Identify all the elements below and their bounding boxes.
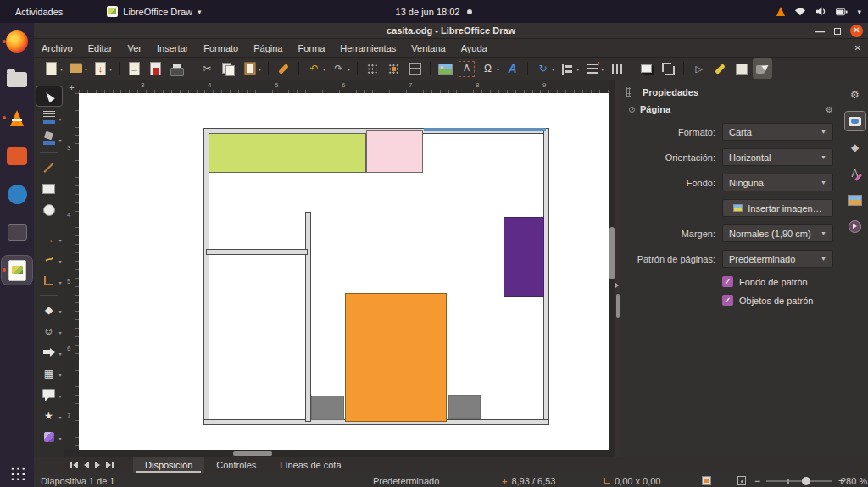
- ellipse-tool[interactable]: [36, 200, 62, 219]
- dropdown-arrow-icon[interactable]: ▾: [85, 66, 87, 72]
- arrange-button[interactable]: ▾: [582, 58, 605, 79]
- gray-rectangle-left[interactable]: [311, 396, 344, 420]
- dropdown-arrow-icon[interactable]: ▾: [58, 279, 61, 285]
- gray-rectangle-right[interactable]: [448, 395, 481, 419]
- objetos-de-patron-checkbox[interactable]: ✓Objetos de patrón: [722, 295, 813, 306]
- dock-files[interactable]: [2, 65, 32, 94]
- next-page-button[interactable]: [95, 462, 100, 468]
- zoom-fit-page-button[interactable]: [737, 473, 746, 487]
- dock-vlc[interactable]: [2, 103, 32, 132]
- edit-points-button[interactable]: [689, 58, 709, 79]
- dropdown-arrow-icon[interactable]: ▾: [58, 258, 61, 264]
- curves-and-polygons-tool[interactable]: ▾: [36, 250, 62, 269]
- redo-button[interactable]: ↷▾: [329, 58, 352, 79]
- copy-button[interactable]: [219, 58, 238, 79]
- dropdown-arrow-icon[interactable]: ▾: [58, 435, 61, 441]
- lines-and-arrows-tool[interactable]: ▾: [36, 229, 62, 248]
- menu-archivo[interactable]: Archivo: [34, 39, 81, 58]
- menu-formato[interactable]: Formato: [196, 39, 246, 58]
- first-page-button[interactable]: [70, 462, 78, 468]
- menu-pagina[interactable]: Página: [246, 39, 290, 58]
- dropdown-arrow-icon[interactable]: ▾: [323, 66, 326, 72]
- insert-image-button[interactable]: [436, 58, 455, 79]
- section-settings-gear-icon[interactable]: ⚙: [826, 105, 833, 114]
- volume-icon[interactable]: [815, 7, 826, 16]
- dropdown-arrow-icon[interactable]: ▾: [60, 66, 63, 72]
- rectangle-tool[interactable]: [36, 179, 62, 198]
- menu-ver[interactable]: Ver: [120, 39, 149, 58]
- dropdown-arrow-icon[interactable]: ▾: [58, 329, 61, 335]
- cut-button[interactable]: ✂: [198, 58, 217, 79]
- tab-styles[interactable]: [845, 164, 865, 183]
- dropdown-arrow-icon[interactable]: ▾: [58, 237, 61, 243]
- sidebar-collapse-arrow-icon[interactable]: [615, 282, 619, 289]
- insert-comment-button[interactable]: [732, 58, 751, 79]
- fontwork-button[interactable]: [503, 58, 522, 79]
- menu-ayuda[interactable]: Ayuda: [453, 39, 495, 58]
- dock-firefox[interactable]: [2, 27, 32, 56]
- glue-points-button[interactable]: [710, 58, 730, 79]
- dock-help[interactable]: [2, 180, 32, 208]
- dropdown-arrow-icon[interactable]: ▾: [109, 66, 112, 72]
- export-pdf-button[interactable]: [146, 58, 165, 79]
- tab-lineas-de-cota[interactable]: Líneas de cota: [268, 457, 353, 473]
- select-tool[interactable]: [36, 86, 62, 106]
- dropdown-arrow-icon[interactable]: ▾: [552, 66, 554, 72]
- export-button[interactable]: [125, 58, 144, 79]
- callouts-tool[interactable]: ▾: [36, 385, 62, 404]
- field-fondo-dropdown[interactable]: Ninguna▼: [722, 174, 833, 191]
- show-draw-functions-button[interactable]: [753, 58, 772, 79]
- symbol-shapes-tool[interactable]: ☺▾: [36, 321, 62, 340]
- new-document-button[interactable]: ▾: [42, 58, 64, 79]
- save-button[interactable]: ▾: [91, 58, 114, 79]
- dropdown-arrow-icon[interactable]: ▾: [601, 66, 604, 72]
- page-style[interactable]: Predeterminado: [373, 473, 439, 487]
- dropdown-arrow-icon[interactable]: ▾: [58, 393, 61, 399]
- block-arrows-tool[interactable]: ▾: [36, 342, 62, 362]
- undo-button[interactable]: ↶▾: [304, 58, 327, 79]
- document-modified-indicator[interactable]: [702, 473, 711, 487]
- sidebar-splitter-handle[interactable]: [616, 294, 620, 318]
- sidebar-settings[interactable]: ⚙: [845, 86, 865, 104]
- connectors-tool[interactable]: ▾: [36, 271, 62, 291]
- sidebar-grip-icon[interactable]: [626, 87, 631, 97]
- fondo-de-patron-checkbox[interactable]: ✓Fondo de patrón: [722, 276, 808, 287]
- wall-inner-horizontal[interactable]: [206, 249, 308, 255]
- insertar-imagen-button[interactable]: Insertar imagen…: [722, 199, 833, 217]
- dropdown-arrow-icon[interactable]: ▾: [58, 351, 61, 357]
- dropdown-arrow-icon[interactable]: ▾: [576, 66, 579, 72]
- dropdown-arrow-icon[interactable]: ▾: [58, 137, 61, 143]
- snap-to-grid-button[interactable]: [384, 58, 403, 79]
- tab-shapes[interactable]: ◆: [845, 138, 865, 157]
- show-applications-button[interactable]: [9, 465, 25, 480]
- activities-button[interactable]: Actividades: [10, 5, 68, 19]
- zoom-level[interactable]: 280 %: [841, 473, 867, 487]
- system-menu-chevron-icon[interactable]: ▾: [857, 8, 861, 16]
- last-page-button[interactable]: [106, 462, 114, 468]
- minimize-button[interactable]: —: [815, 27, 825, 36]
- battery-icon[interactable]: [836, 8, 848, 16]
- restore-button[interactable]: [834, 28, 841, 35]
- zoom-slider[interactable]: [766, 480, 832, 482]
- window-titlebar[interactable]: casita.odg - LibreOffice Draw — ✕: [34, 23, 868, 39]
- basic-shapes-tool[interactable]: ◆▾: [36, 300, 62, 319]
- insert-line-tool[interactable]: [36, 158, 62, 177]
- collapse-section-icon[interactable]: [629, 107, 635, 113]
- dock-draw[interactable]: [2, 256, 32, 285]
- dock-terminal[interactable]: [2, 218, 32, 246]
- tab-properties[interactable]: [845, 112, 865, 130]
- clone-formatting-button[interactable]: [274, 58, 293, 79]
- dropdown-arrow-icon[interactable]: ▾: [259, 66, 261, 72]
- print-button[interactable]: [167, 58, 186, 79]
- open-button[interactable]: ▾: [66, 58, 89, 79]
- orange-rectangle[interactable]: [345, 293, 447, 422]
- 3d-objects-tool[interactable]: ▾: [36, 427, 62, 446]
- menu-herramientas[interactable]: Herramientas: [332, 39, 403, 58]
- menu-ventana[interactable]: Ventana: [403, 39, 453, 58]
- tab-navigator[interactable]: [845, 217, 865, 235]
- close-document-button[interactable]: ✕: [854, 43, 861, 53]
- special-character-button[interactable]: Ω▾: [478, 58, 501, 79]
- field-patron-de-paginas-dropdown[interactable]: Predeterminado▼: [722, 250, 833, 268]
- blue-line[interactable]: [424, 128, 546, 131]
- clock[interactable]: 13 de jun 18:02: [396, 7, 460, 17]
